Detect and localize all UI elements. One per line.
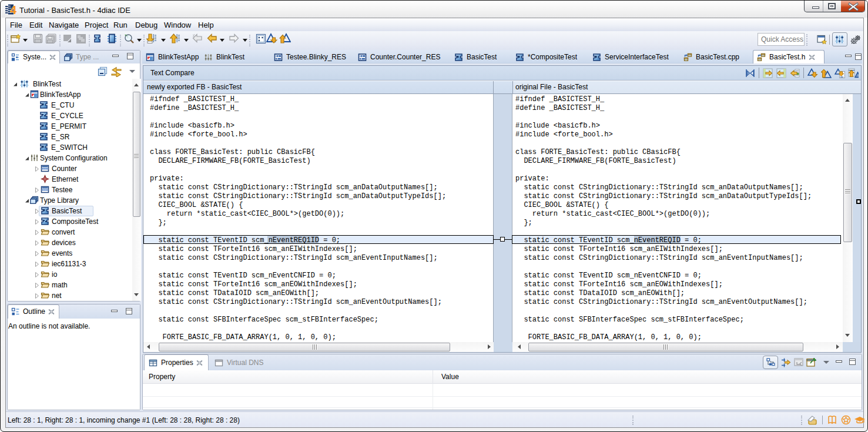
svg-text:4: 4 — [10, 4, 17, 15]
